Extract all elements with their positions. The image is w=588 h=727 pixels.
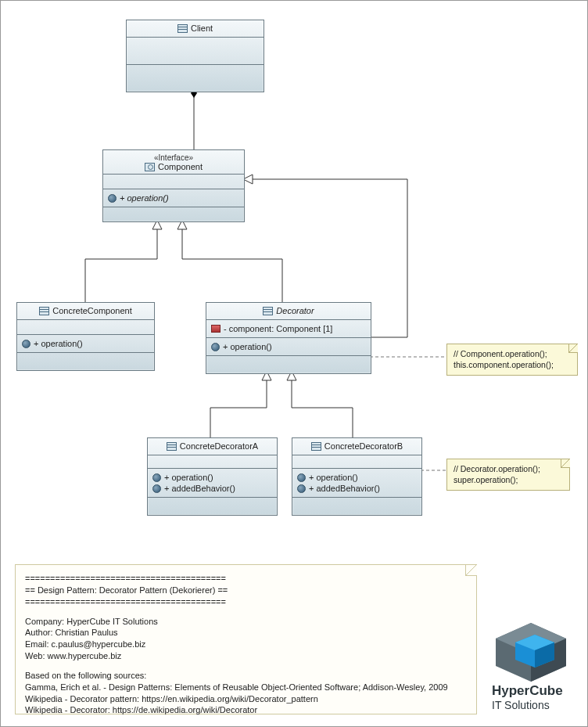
operation: + operation(): [211, 341, 366, 352]
operation-label: + addedBehavior(): [309, 484, 380, 493]
operation: + operation(): [108, 193, 239, 203]
info-bar: ========================================: [25, 596, 467, 608]
operation: + operation(): [22, 338, 149, 349]
operation: + addedBehavior(): [297, 483, 417, 494]
class-name: Decorator: [276, 306, 314, 315]
class-name: Client: [191, 23, 213, 33]
class-name: ConcreteComponent: [52, 306, 132, 315]
class-name: ConcreteDecoratorA: [180, 441, 258, 451]
info-source: Wikipedia - Decorator pattern: https://e…: [25, 693, 467, 705]
class-concrete-component: ConcreteComponent + operation(): [16, 302, 155, 371]
class-icon: [167, 442, 177, 451]
note-fold-icon: [561, 459, 570, 468]
operation-icon: [297, 473, 306, 482]
operation-icon: [152, 484, 161, 493]
operation-label: + operation(): [120, 193, 169, 203]
hypercube-logo: HyperCube IT Solutions: [492, 619, 582, 711]
info-source: Gamma, Erich et al. - Design Patterns: E…: [25, 682, 467, 693]
stereotype: «Interface»: [106, 153, 241, 162]
info-email: Email: c.paulus@hypercube.biz: [25, 639, 467, 650]
operation-label: + operation(): [223, 342, 272, 351]
info-web: Web: www.hypercube.biz: [25, 650, 467, 662]
class-icon: [39, 307, 49, 315]
note-line: this.component.operation();: [454, 360, 571, 371]
class-icon: [177, 24, 188, 33]
info-bar: ========================================: [25, 573, 467, 585]
note-line: // Decorator.operation();: [454, 464, 563, 475]
info-sources-header: Based on the following sources:: [25, 670, 467, 682]
class-decorator: Decorator - component: Component [1] + o…: [206, 302, 371, 374]
interface-component: «Interface» Component + operation(): [102, 149, 245, 222]
note-line: // Component.operation();: [454, 349, 571, 360]
logo-brand: HyperCube: [492, 683, 582, 699]
attribute-icon: [211, 325, 220, 333]
interface-icon: [145, 163, 155, 171]
operation-label: + operation(): [309, 473, 358, 482]
class-client: Client: [126, 20, 264, 92]
operation-icon: [297, 484, 306, 493]
operation-icon: [22, 340, 30, 348]
note-concrete-b-operation: // Decorator.operation(); super.operatio…: [446, 459, 570, 491]
class-name: ConcreteDecoratorB: [324, 441, 403, 451]
info-title: == Design Pattern: Decorator Pattern (De…: [25, 585, 467, 596]
cube-icon: [492, 619, 570, 682]
note-decorator-operation: // Component.operation(); this.component…: [446, 344, 578, 376]
note-line: super.operation();: [454, 475, 563, 486]
info-company: Company: HyperCube IT Solutions: [25, 616, 467, 628]
attribute-label: - component: Component [1]: [224, 324, 332, 333]
operation-label: + operation(): [164, 473, 213, 482]
operation: + operation(): [152, 472, 272, 483]
operation-label: + addedBehavior(): [164, 484, 235, 493]
operation-label: + operation(): [34, 339, 83, 348]
operation: + operation(): [297, 472, 417, 483]
attribute: - component: Component [1]: [211, 323, 366, 334]
info-note: ========================================…: [15, 564, 477, 714]
note-fold-icon: [568, 344, 578, 353]
class-icon: [311, 442, 321, 451]
operation-icon: [152, 473, 161, 482]
operation-icon: [211, 343, 220, 351]
info-author: Author: Christian Paulus: [25, 627, 467, 639]
operation: + addedBehavior(): [152, 483, 272, 494]
logo-subbrand: IT Solutions: [492, 699, 582, 711]
note-fold-icon: [465, 564, 477, 576]
class-concrete-decorator-a: ConcreteDecoratorA + operation() + added…: [147, 437, 278, 516]
class-icon: [263, 307, 273, 315]
class-concrete-decorator-b: ConcreteDecoratorB + operation() + added…: [292, 437, 422, 516]
uml-diagram: Client «Interface» Component + operation…: [0, 0, 588, 727]
class-name: Component: [158, 162, 203, 171]
info-source: Wikipedia - Decorator: https://de.wikipe…: [25, 704, 467, 716]
operation-icon: [108, 194, 117, 203]
